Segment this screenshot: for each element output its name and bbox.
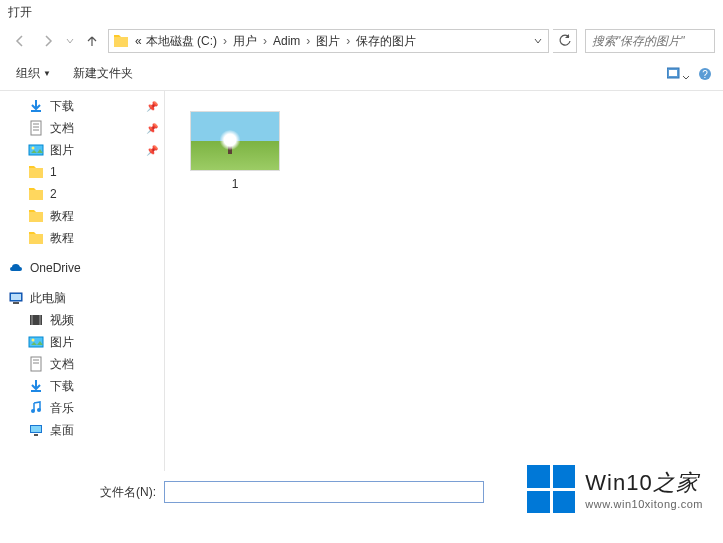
search-box[interactable] xyxy=(585,29,715,53)
sidebar-item-folder[interactable]: 2 xyxy=(0,183,164,205)
folder-icon xyxy=(28,186,44,202)
doc-icon xyxy=(28,120,44,136)
doc-icon xyxy=(28,356,44,372)
svg-point-11 xyxy=(32,147,35,150)
sidebar-item-label: 此电脑 xyxy=(30,290,66,307)
sidebar-item-label: 图片 xyxy=(50,334,74,351)
watermark-url: www.win10xitong.com xyxy=(585,498,703,510)
pin-icon: 📌 xyxy=(146,145,158,156)
sidebar-item-music[interactable]: 音乐 xyxy=(0,397,164,419)
chevron-right-icon: › xyxy=(302,34,314,48)
file-item[interactable]: 1 xyxy=(185,111,285,191)
sidebar-item-label: OneDrive xyxy=(30,261,81,275)
svg-rect-10 xyxy=(29,145,43,155)
svg-rect-27 xyxy=(31,390,41,392)
search-input[interactable] xyxy=(586,34,714,48)
sidebar-item-label: 下载 xyxy=(50,98,74,115)
download-icon xyxy=(28,378,44,394)
chevron-right-icon: › xyxy=(219,34,231,48)
sidebar-item-pictures[interactable]: 图片 📌 xyxy=(0,139,164,161)
sidebar-item-downloads[interactable]: 下载 📌 xyxy=(0,95,164,117)
picture-icon xyxy=(28,142,44,158)
chevron-right-icon: › xyxy=(259,34,271,48)
svg-rect-32 xyxy=(34,434,38,436)
sidebar-item-folder[interactable]: 教程 xyxy=(0,227,164,249)
sidebar-item-folder[interactable]: 1 xyxy=(0,161,164,183)
breadcrumb-item[interactable]: 保存的图片 xyxy=(354,33,418,50)
windows-logo-icon xyxy=(527,465,575,513)
svg-point-29 xyxy=(37,408,41,412)
svg-rect-21 xyxy=(39,315,41,325)
sidebar-item-label: 视频 xyxy=(50,312,74,329)
file-list[interactable]: 1 xyxy=(165,91,723,471)
content-area: 下载 📌 文档 📌 图片 📌 1 2 教程 教程 xyxy=(0,91,723,471)
sidebar-item-label: 桌面 xyxy=(50,422,74,439)
image-thumbnail xyxy=(190,111,280,171)
sidebar-item-label: 2 xyxy=(50,187,57,201)
sidebar-item-videos[interactable]: 视频 xyxy=(0,309,164,331)
folder-icon xyxy=(28,208,44,224)
folder-icon xyxy=(28,230,44,246)
address-dropdown[interactable] xyxy=(528,37,548,45)
toolbar: 组织▼ 新建文件夹 ? xyxy=(0,57,723,91)
video-icon xyxy=(28,312,44,328)
sidebar-item-downloads[interactable]: 下载 xyxy=(0,375,164,397)
help-button[interactable]: ? xyxy=(697,66,713,82)
sidebar-item-label: 音乐 xyxy=(50,400,74,417)
sidebar-item-thispc[interactable]: 此电脑 xyxy=(0,287,164,309)
sidebar-item-desktop[interactable]: 桌面 xyxy=(0,419,164,441)
sidebar-item-label: 文档 xyxy=(50,356,74,373)
sidebar-item-label: 文档 xyxy=(50,120,74,137)
sidebar-item-folder[interactable]: 教程 xyxy=(0,205,164,227)
watermark-title: Win10之家 xyxy=(585,468,703,498)
svg-rect-2 xyxy=(669,70,677,76)
organize-button[interactable]: 组织▼ xyxy=(10,63,57,84)
refresh-button[interactable] xyxy=(553,29,577,53)
sidebar-item-label: 教程 xyxy=(50,208,74,225)
svg-rect-15 xyxy=(29,234,43,244)
svg-rect-12 xyxy=(29,168,43,178)
breadcrumb-item[interactable]: 本地磁盘 (C:) xyxy=(144,33,219,50)
chevron-right-icon: › xyxy=(342,34,354,48)
watermark: Win10之家 www.win10xitong.com xyxy=(527,465,703,513)
sidebar-item-label: 1 xyxy=(50,165,57,179)
filename-label: 文件名(N): xyxy=(100,484,156,501)
back-button[interactable] xyxy=(8,29,32,53)
file-name: 1 xyxy=(232,177,239,191)
sidebar-item-label: 图片 xyxy=(50,142,74,159)
svg-rect-31 xyxy=(31,426,41,432)
sidebar-item-documents[interactable]: 文档 📌 xyxy=(0,117,164,139)
breadcrumb-item[interactable]: Adim xyxy=(271,34,302,48)
picture-icon xyxy=(28,334,44,350)
svg-rect-14 xyxy=(29,212,43,222)
forward-button[interactable] xyxy=(36,29,60,53)
sidebar-item-documents[interactable]: 文档 xyxy=(0,353,164,375)
svg-point-23 xyxy=(32,339,35,342)
filename-input[interactable] xyxy=(164,481,484,503)
desktop-icon xyxy=(28,422,44,438)
recent-dropdown[interactable] xyxy=(64,29,76,53)
breadcrumb: « 本地磁盘 (C:)› 用户› Adim› 图片› 保存的图片 xyxy=(133,33,418,50)
nav-bar: « 本地磁盘 (C:)› 用户› Adim› 图片› 保存的图片 xyxy=(0,25,723,57)
up-button[interactable] xyxy=(80,29,104,53)
pin-icon: 📌 xyxy=(146,101,158,112)
view-button[interactable] xyxy=(667,66,689,82)
svg-rect-20 xyxy=(31,315,33,325)
window-title: 打开 xyxy=(0,0,723,25)
svg-rect-24 xyxy=(31,357,41,371)
breadcrumb-item[interactable]: 用户 xyxy=(231,33,259,50)
download-icon xyxy=(28,98,44,114)
svg-rect-6 xyxy=(31,121,41,135)
sidebar-item-pictures[interactable]: 图片 xyxy=(0,331,164,353)
sidebar: 下载 📌 文档 📌 图片 📌 1 2 教程 教程 xyxy=(0,91,165,471)
folder-icon xyxy=(113,33,129,49)
sidebar-item-label: 下载 xyxy=(50,378,74,395)
new-folder-button[interactable]: 新建文件夹 xyxy=(67,63,139,84)
sidebar-item-onedrive[interactable]: OneDrive xyxy=(0,257,164,279)
address-bar[interactable]: « 本地磁盘 (C:)› 用户› Adim› 图片› 保存的图片 xyxy=(108,29,549,53)
sidebar-item-label: 教程 xyxy=(50,230,74,247)
svg-rect-0 xyxy=(114,37,128,47)
breadcrumb-item[interactable]: 图片 xyxy=(314,33,342,50)
pin-icon: 📌 xyxy=(146,123,158,134)
svg-rect-22 xyxy=(29,337,43,347)
